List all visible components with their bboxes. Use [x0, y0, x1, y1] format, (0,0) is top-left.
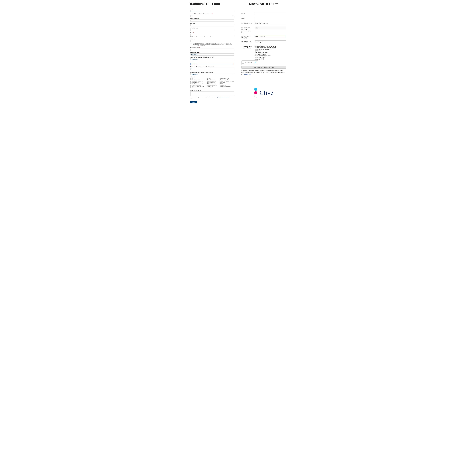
major-select[interactable]: Please select... — [190, 73, 234, 75]
submit-button[interactable]: Submit — [190, 101, 197, 103]
learn-option[interactable]: Studying Abroad — [255, 57, 286, 58]
interest-label: Athletics — [207, 78, 211, 79]
clive-going-select[interactable] — [255, 22, 286, 25]
interest-checkbox[interactable] — [219, 78, 220, 79]
learn-checkbox[interactable] — [255, 49, 255, 50]
interest-checkbox[interactable] — [190, 86, 191, 87]
interest-option[interactable]: Study abroad — [219, 85, 234, 86]
physicalmail-label: Would you like to receive physical mail … — [190, 57, 234, 58]
cell-input[interactable] — [190, 40, 234, 42]
learn-label: Fraternity and Sorority Life — [256, 49, 272, 50]
iam-select[interactable]: a high school student — [190, 10, 234, 12]
interest-option[interactable]: Campus employment — [219, 78, 234, 79]
hsname-input[interactable] — [190, 49, 234, 51]
interest-option[interactable]: Cheer/Dance teams — [190, 79, 205, 80]
interest-checkbox[interactable] — [219, 85, 220, 86]
interest-option[interactable]: Trio Program — [206, 86, 219, 87]
clive-live-select[interactable] — [255, 40, 286, 43]
interest-option[interactable]: Gender and sexuality resources — [219, 81, 234, 82]
learn-checkbox[interactable] — [255, 52, 255, 53]
clive-name-input[interactable] — [255, 12, 286, 15]
learn-checkbox[interactable] — [255, 57, 255, 58]
interest-checkbox[interactable] — [219, 83, 220, 84]
clive-study-select[interactable] — [255, 35, 286, 38]
interest-checkbox[interactable] — [206, 83, 207, 84]
left-title: Traditional RFI Form — [189, 2, 235, 6]
state-select[interactable]: Please select... — [190, 63, 234, 65]
clive-email-input[interactable] — [255, 17, 286, 20]
interest-label: Fraternity/Sorority life — [207, 81, 216, 82]
interest-option[interactable]: Undergraduate research — [219, 86, 234, 87]
online-select[interactable]: No — [190, 15, 234, 17]
interest-checkbox[interactable] — [190, 83, 191, 84]
interest-option[interactable]: Living/learning communities — [190, 83, 205, 84]
physicalmail-select[interactable]: Please select... — [190, 58, 234, 60]
interest-option[interactable]: Disability services — [206, 79, 219, 80]
recaptcha-checkbox-icon[interactable] — [242, 62, 244, 64]
preferredname-input[interactable] — [190, 29, 234, 31]
interest-option[interactable]: Vocal music — [190, 87, 205, 88]
learn-checkbox[interactable] — [255, 46, 255, 47]
hslevel-select[interactable]: Please select... — [190, 53, 234, 55]
iam-label: I am:* — [190, 8, 234, 10]
interest-checkbox[interactable] — [206, 81, 207, 82]
interest-checkbox[interactable] — [206, 82, 207, 83]
lastname-input[interactable] — [190, 24, 234, 26]
firstname-input[interactable] — [190, 19, 234, 22]
interest-checkbox[interactable] — [206, 85, 207, 86]
interest-checkbox[interactable] — [190, 78, 191, 79]
learn-checkbox[interactable] — [255, 54, 255, 55]
email-input[interactable] — [190, 34, 234, 36]
learn-checkbox[interactable] — [255, 51, 255, 51]
interest-checkbox[interactable] — [206, 79, 207, 80]
interest-checkbox[interactable] — [219, 86, 220, 87]
clive-privacy-link[interactable]: Privacy Policy — [243, 74, 251, 75]
interest-option[interactable]: Student organizations — [206, 85, 219, 86]
interest-option[interactable]: Intramurals — [219, 82, 234, 83]
interest-checkbox[interactable] — [190, 87, 191, 88]
interest-option[interactable]: Financial Aid/Scholarships — [190, 81, 205, 82]
interest-option[interactable]: ROTC — [219, 83, 234, 84]
learn-option[interactable]: Leadership Opportunities — [255, 55, 286, 57]
interest-option[interactable]: Fraternity/Sorority life — [206, 81, 219, 82]
learn-option[interactable]: Fraternity and Sorority Life — [255, 49, 286, 50]
traditional-form: I am:* a high school student Are you int… — [189, 8, 235, 103]
interest-option[interactable]: Diversity and inclusion — [219, 79, 234, 80]
interest-checkbox[interactable] — [219, 81, 220, 82]
interest-option[interactable]: Honors Program — [190, 82, 205, 83]
interest-option[interactable]: Military Connected — [206, 83, 219, 84]
interest-checkbox[interactable] — [190, 82, 191, 83]
clive-submit-button[interactable]: Show me my UNK Experience Page — [241, 66, 286, 68]
interest-checkbox[interactable] — [206, 78, 207, 79]
interest-option[interactable]: Art — [190, 78, 205, 79]
interest-checkbox[interactable] — [219, 79, 220, 80]
interest-option[interactable]: Athletics — [206, 78, 219, 79]
clive-grad-input[interactable] — [255, 27, 286, 29]
learn-option[interactable]: First Generation Student Support — [255, 47, 286, 49]
learn-option[interactable]: Internships and Career Resources — [255, 45, 286, 47]
learn-checkbox[interactable] — [255, 55, 255, 56]
sms-checkbox[interactable] — [191, 43, 192, 44]
interest-checkbox[interactable] — [190, 79, 191, 80]
interest-checkbox[interactable] — [190, 81, 191, 82]
interest-checkbox[interactable] — [219, 82, 220, 83]
sms-privacy-link[interactable]: Privacy Policy — [200, 45, 205, 46]
learn-checkbox[interactable] — [255, 47, 255, 48]
recaptcha-widget[interactable]: I'm not a robot reCAPTCHA Privacy · Term… — [241, 60, 258, 65]
interest-checkbox[interactable] — [206, 86, 207, 87]
learn-option[interactable]: Athletics — [255, 50, 286, 52]
interest-option[interactable]: Student Government — [190, 85, 205, 86]
interest-option[interactable]: Instrumental music — [206, 82, 219, 83]
learn-option[interactable]: Cost and Aid — [255, 58, 286, 60]
learn-option[interactable]: Honors Program — [255, 53, 286, 55]
privacy-policy-link[interactable]: privacy policy — [217, 97, 223, 98]
comments-textarea[interactable] — [190, 91, 234, 96]
interest-option[interactable]: Tutoring/academic resources — [190, 86, 205, 87]
spanish-select[interactable]: No — [190, 68, 234, 70]
learn-checkbox[interactable] — [255, 59, 255, 60]
learn-option[interactable]: Housing and Dining — [255, 52, 286, 53]
interest-checkbox[interactable] — [190, 85, 191, 86]
firstname-label: First/Given Name* — [190, 18, 234, 19]
contact-us-link[interactable]: contact us — [224, 97, 229, 98]
preferredname-label: Preferred Name — [190, 28, 234, 29]
